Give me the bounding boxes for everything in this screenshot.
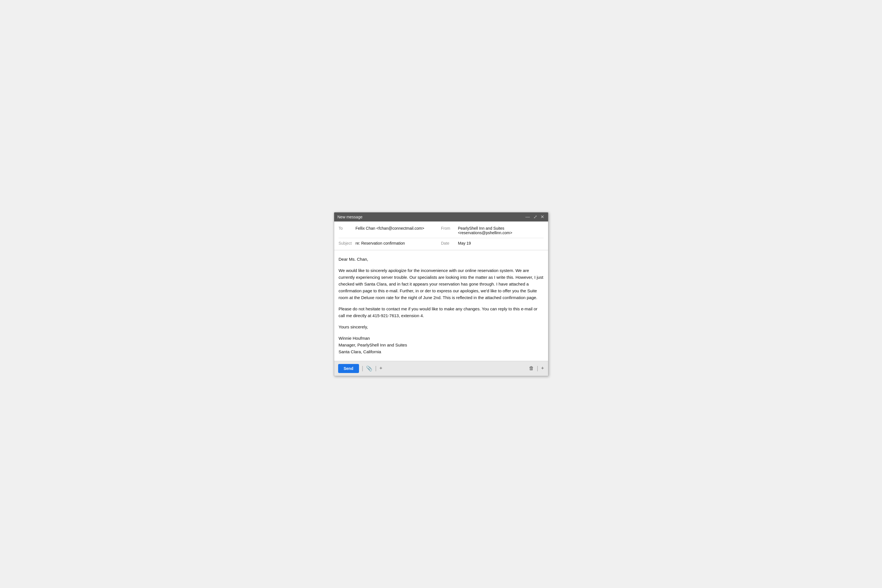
to-value: Fellix Chan <fchan@connectmail.com> bbox=[356, 226, 441, 231]
email-compose-window: New message — ⤢ ✕ To Fellix Chan <fchan@… bbox=[334, 212, 548, 376]
close-button[interactable]: ✕ bbox=[540, 215, 545, 219]
footer-right-actions: 🗑 | + bbox=[529, 365, 544, 372]
minimize-button[interactable]: — bbox=[525, 215, 530, 219]
signature-line-3: Santa Clara, California bbox=[339, 349, 381, 354]
to-from-row: To Fellix Chan <fchan@connectmail.com> F… bbox=[339, 224, 544, 237]
closing: Yours sincerely, bbox=[339, 324, 544, 330]
restore-button[interactable]: ⤢ bbox=[533, 215, 538, 219]
window-controls: — ⤢ ✕ bbox=[525, 215, 545, 219]
subject-date-row: Subject re: Reservation confirmation Dat… bbox=[339, 238, 544, 247]
from-label: From bbox=[441, 226, 458, 231]
from-field-group: From PearlyShell Inn and Suites <reserva… bbox=[441, 226, 544, 235]
date-field-group: Date May 19 bbox=[441, 241, 544, 246]
title-bar: New message — ⤢ ✕ bbox=[334, 213, 548, 222]
email-body-content: Dear Ms. Chan, We would like to sincerel… bbox=[339, 256, 544, 355]
window-title: New message bbox=[338, 215, 363, 219]
to-label: To bbox=[339, 226, 356, 231]
paragraph-1: We would like to sincerely apologize for… bbox=[339, 267, 544, 301]
signature: Winnie Houfman Manager, PearlyShell Inn … bbox=[339, 335, 544, 355]
subject-value: re: Reservation confirmation bbox=[356, 241, 441, 246]
email-body-section: Dear Ms. Chan, We would like to sincerel… bbox=[334, 250, 548, 361]
paragraph-2: Please do not hesitate to contact me if … bbox=[339, 306, 544, 319]
delete-icon[interactable]: 🗑 bbox=[529, 365, 534, 371]
date-label: Date bbox=[441, 241, 458, 246]
attach-icon[interactable]: 📎 bbox=[366, 365, 372, 372]
footer-divider-2: | bbox=[375, 365, 377, 372]
footer-divider-1: | bbox=[362, 365, 363, 372]
more-options-icon[interactable]: + bbox=[541, 365, 544, 371]
footer-left-actions: Send | 📎 | + bbox=[338, 364, 382, 373]
greeting: Dear Ms. Chan, bbox=[339, 256, 544, 262]
subject-field-group: Subject re: Reservation confirmation bbox=[339, 241, 441, 246]
add-left-icon[interactable]: + bbox=[379, 365, 382, 371]
to-field-group: To Fellix Chan <fchan@connectmail.com> bbox=[339, 226, 441, 231]
email-header: To Fellix Chan <fchan@connectmail.com> F… bbox=[334, 222, 548, 250]
footer-divider-3: | bbox=[537, 365, 538, 372]
footer-toolbar: Send | 📎 | + 🗑 | + bbox=[334, 361, 548, 376]
signature-line-1: Winnie Houfman bbox=[339, 336, 370, 340]
date-value: May 19 bbox=[458, 241, 544, 246]
send-button[interactable]: Send bbox=[338, 364, 359, 373]
subject-label: Subject bbox=[339, 241, 356, 246]
signature-line-2: Manager, PearlyShell Inn and Suites bbox=[339, 342, 407, 347]
from-value: PearlyShell Inn and Suites <reservations… bbox=[458, 226, 544, 235]
